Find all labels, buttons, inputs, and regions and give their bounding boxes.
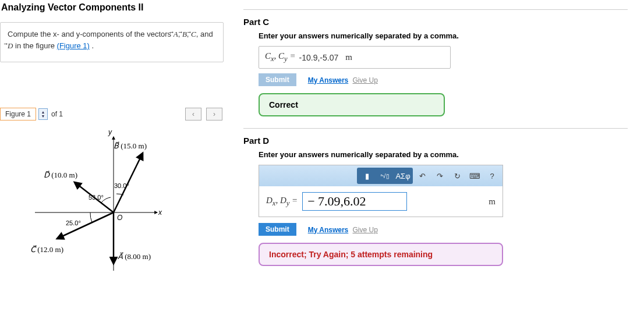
reset-icon[interactable]: ↻ xyxy=(449,169,465,183)
part-d-give-up-link[interactable]: Give Up xyxy=(353,226,378,234)
part-d-feedback: Incorrect; Try Again; 5 attempts remaini… xyxy=(259,243,503,266)
figure-prev-button[interactable]: ‹ xyxy=(185,108,201,120)
part-d-my-answers-link[interactable]: My Answers xyxy=(308,226,349,234)
greek-tool-icon[interactable]: ΑΣφ xyxy=(394,169,412,183)
template-tool-icon[interactable]: ▮ xyxy=(358,169,376,183)
figure-spinner[interactable]: ▲▼ xyxy=(38,108,48,120)
part-d-title: Part D xyxy=(243,136,628,146)
part-c-title: Part C xyxy=(243,17,628,27)
part-d-answer-input[interactable] xyxy=(302,192,407,211)
part-c-unit: m xyxy=(345,52,352,62)
svg-text:25.0°: 25.0° xyxy=(66,219,81,226)
axis-x-label: x xyxy=(158,208,162,217)
svg-text:53.0°: 53.0° xyxy=(89,194,104,201)
svg-text:C⃗ (12.0 m): C⃗ (12.0 m) xyxy=(30,245,63,254)
figure-canvas: x y O B⃗ (15.0 m) 30.0° D⃗ (10.0 m) 53.0… xyxy=(0,125,222,277)
part-c-answer-box: Cx, Cy = -10.9,-5.07 m xyxy=(259,46,451,69)
fraction-tool-icon[interactable]: ⁿ√▯ xyxy=(376,169,394,183)
part-c-value: -10.9,-5.07 xyxy=(299,53,339,62)
prompt-end: . xyxy=(90,41,94,50)
prompt-box: Compute the x- and y-components of the v… xyxy=(0,22,224,62)
part-d-submit-button[interactable]: Submit xyxy=(259,223,296,236)
help-icon[interactable]: ? xyxy=(484,169,500,183)
part-c-my-answers-link[interactable]: My Answers xyxy=(308,76,349,84)
page-title: Analyzing Vector Components II xyxy=(0,0,229,20)
keyboard-icon[interactable]: ⌨ xyxy=(466,169,483,183)
redo-icon[interactable]: ↷ xyxy=(431,169,448,183)
part-d-var: Dx, Dy = xyxy=(266,196,298,208)
part-d-input-panel: ▮ ⁿ√▯ ΑΣφ ↶ ↷ ↻ ⌨ ? Dx, Dy = m xyxy=(259,165,503,217)
vector-a-symbol: A xyxy=(174,30,178,38)
svg-text:B⃗ (15.0 m): B⃗ (15.0 m) xyxy=(114,141,147,150)
figure-link[interactable]: (Figure 1) xyxy=(57,41,90,50)
part-c-instruction: Enter your answers numerically separated… xyxy=(259,31,628,40)
undo-icon[interactable]: ↶ xyxy=(414,169,430,183)
svg-text:30.0°: 30.0° xyxy=(114,182,129,189)
prompt-text: Compute the x- and y-components of the v… xyxy=(8,30,174,38)
part-d-unit: m xyxy=(489,197,496,207)
prompt-suffix: in the figure xyxy=(15,41,57,50)
axis-y-label: y xyxy=(108,128,112,136)
vector-d-symbol: D xyxy=(8,41,13,50)
figure-next-button[interactable]: › xyxy=(206,108,222,120)
part-d-instruction: Enter your answers numerically separated… xyxy=(259,150,628,159)
figure-count: of 1 xyxy=(51,110,63,118)
part-c-feedback: Correct xyxy=(259,93,445,116)
vector-c-symbol: C xyxy=(191,30,196,38)
svg-text:D⃗ (10.0 m): D⃗ (10.0 m) xyxy=(44,171,77,179)
part-c-var: Cx, Cy = xyxy=(265,51,296,63)
figure-label: Figure 1 xyxy=(0,108,36,120)
part-c-give-up-link[interactable]: Give Up xyxy=(353,76,378,84)
origin-label: O xyxy=(117,214,122,222)
part-c-submit-button[interactable]: Submit xyxy=(259,73,296,86)
svg-text:A⃗ (8.00 m): A⃗ (8.00 m) xyxy=(118,252,151,261)
vector-b-symbol: B xyxy=(182,30,187,38)
input-toolbar: ▮ ⁿ√▯ ΑΣφ ↶ ↷ ↻ ⌨ ? xyxy=(259,165,503,186)
